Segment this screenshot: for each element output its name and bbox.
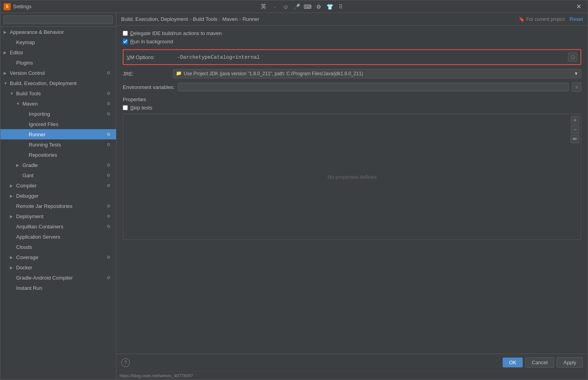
sidebar-item-deployment[interactable]: ▶ Deployment ⚙ bbox=[0, 211, 116, 221]
skip-tests-checkbox[interactable] bbox=[123, 105, 128, 110]
sidebar: ▶ Appearance & Behavior Keymap ▶ Editor … bbox=[0, 13, 116, 380]
sidebar-item-label: Instant Run bbox=[16, 285, 113, 291]
sidebar-item-label: Maven bbox=[22, 101, 107, 107]
sidebar-item-repositories[interactable]: Repositories bbox=[0, 150, 116, 160]
sidebar-item-instant-run[interactable]: Instant Run bbox=[0, 283, 116, 293]
vm-options-section: VM Options: ⬡ bbox=[123, 49, 581, 65]
sidebar-item-runner[interactable]: Runner ⚙ bbox=[0, 129, 116, 139]
sidebar-item-importing[interactable]: Importing ⚙ bbox=[0, 109, 116, 119]
sidebar-item-keymap[interactable]: Keymap bbox=[0, 37, 116, 47]
vm-options-label: VM Options: bbox=[127, 54, 174, 60]
sidebar-item-label: Application Servers bbox=[16, 234, 113, 240]
delegate-ide-checkbox[interactable] bbox=[123, 31, 128, 36]
bookmark-icon: 🔖 bbox=[519, 17, 525, 22]
title-bar: S Settings 英 · ☺ 🎤 ⌨ ⚙ 👕 ⠿ ✕ bbox=[0, 0, 588, 13]
toolbar-btn-1[interactable]: 英 bbox=[259, 2, 268, 11]
title-bar-left: S Settings bbox=[4, 3, 31, 10]
add-property-button[interactable]: + bbox=[571, 116, 579, 124]
sidebar-item-label: Coverage bbox=[16, 254, 107, 260]
sidebar-item-label: Clouds bbox=[16, 244, 113, 250]
apply-button[interactable]: Apply bbox=[557, 357, 583, 368]
vm-options-expand-btn[interactable]: ⬡ bbox=[568, 52, 577, 62]
run-in-background-row: Run in background bbox=[123, 39, 581, 44]
properties-toolbar: + − ✏ bbox=[569, 114, 581, 145]
toolbar-btn-5[interactable]: ⌨ bbox=[303, 2, 312, 11]
jre-value: Use Project JDK (java version "1.8.0_211… bbox=[184, 71, 572, 76]
env-variables-input[interactable] bbox=[178, 83, 569, 91]
sidebar-item-label: Appearance & Behavior bbox=[10, 29, 113, 35]
breadcrumb-bar: Build, Execution, Deployment › Build Too… bbox=[116, 13, 588, 26]
env-edit-button[interactable]: ≡ bbox=[572, 82, 581, 92]
sidebar-item-editor[interactable]: ▶ Editor bbox=[0, 47, 116, 57]
sidebar-item-label: Plugins bbox=[16, 60, 113, 66]
sidebar-item-version-control[interactable]: ▶ Version Control ⚙ bbox=[0, 68, 116, 78]
no-properties-message: No properties defined bbox=[123, 114, 581, 239]
settings-icon: ⚙ bbox=[107, 70, 113, 76]
sidebar-item-label: Ignored Files bbox=[29, 121, 113, 127]
sidebar-item-remote-jar[interactable]: Remote Jar Repositories ⚙ bbox=[0, 201, 116, 211]
breadcrumb-maven: Maven bbox=[222, 16, 238, 22]
toolbar-btn-2[interactable]: · bbox=[270, 2, 279, 11]
sidebar-item-label: Editor bbox=[10, 50, 113, 56]
sidebar-item-docker[interactable]: ▶ Docker bbox=[0, 262, 116, 272]
sidebar-item-build-execution[interactable]: ▼ Build, Execution, Deployment bbox=[0, 78, 116, 88]
arrow-icon: ▶ bbox=[4, 71, 10, 75]
cancel-button[interactable]: Cancel bbox=[525, 357, 554, 368]
toolbar-btn-6[interactable]: ⚙ bbox=[314, 2, 323, 11]
sidebar-item-label: Version Control bbox=[10, 70, 107, 76]
sidebar-item-compiler[interactable]: ▶ Compiler ⚙ bbox=[0, 180, 116, 191]
settings-icon: ⚙ bbox=[107, 275, 113, 280]
arrow-icon: ▶ bbox=[4, 30, 10, 34]
reset-button[interactable]: Reset bbox=[570, 16, 583, 22]
arrow-icon: ▶ bbox=[10, 194, 16, 198]
search-input[interactable] bbox=[4, 15, 113, 24]
delegate-ide-row: Delegate IDE build/run actions to maven bbox=[123, 30, 581, 36]
sidebar-item-build-tools[interactable]: ▼ Build Tools ⚙ bbox=[0, 88, 116, 98]
sidebar-item-label: Repositories bbox=[29, 152, 113, 158]
settings-icon: ⚙ bbox=[107, 204, 113, 209]
bottom-bar: ? OK Cancel Apply bbox=[116, 354, 588, 371]
toolbar-btn-8[interactable]: ⠿ bbox=[336, 2, 345, 11]
settings-icon: ⚙ bbox=[107, 111, 113, 117]
sidebar-item-appearance[interactable]: ▶ Appearance & Behavior bbox=[0, 27, 116, 37]
settings-icon: ⚙ bbox=[107, 173, 113, 178]
edit-property-button[interactable]: ✏ bbox=[571, 135, 579, 143]
sidebar-item-ignored-files[interactable]: Ignored Files bbox=[0, 119, 116, 129]
status-bar: https://blog.csdn.net/weixin_40778497 bbox=[116, 371, 588, 380]
settings-icon: ⚙ bbox=[107, 183, 113, 188]
remove-property-button[interactable]: − bbox=[571, 125, 579, 134]
sidebar-item-plugins[interactable]: Plugins bbox=[0, 57, 116, 68]
toolbar-btn-7[interactable]: 👕 bbox=[325, 2, 334, 11]
toolbar-btn-3[interactable]: ☺ bbox=[281, 2, 290, 11]
breadcrumb: Build, Execution, Deployment › Build Too… bbox=[121, 16, 259, 22]
help-button[interactable]: ? bbox=[121, 358, 130, 367]
vm-options-input[interactable] bbox=[177, 54, 563, 60]
ok-button[interactable]: OK bbox=[503, 358, 523, 367]
settings-icon: ⚙ bbox=[107, 214, 113, 219]
sidebar-item-gant[interactable]: Gant ⚙ bbox=[0, 170, 116, 180]
sidebar-item-gradle[interactable]: ▶ Gradle ⚙ bbox=[0, 160, 116, 170]
arrow-icon: ▶ bbox=[4, 50, 10, 55]
sidebar-item-application-servers[interactable]: Application Servers bbox=[0, 232, 116, 242]
sidebar-item-maven[interactable]: ▼ Maven ⚙ bbox=[0, 98, 116, 109]
close-button[interactable]: ✕ bbox=[573, 1, 584, 12]
breadcrumb-sep-3: › bbox=[239, 16, 241, 22]
sidebar-item-coverage[interactable]: ▶ Coverage ⚙ bbox=[0, 252, 116, 262]
sidebar-item-running-tests[interactable]: Running Tests ⚙ bbox=[0, 139, 116, 150]
env-variables-label: Environment variables: bbox=[123, 84, 175, 90]
sidebar-item-arquillian[interactable]: Arquillian Containers ⚙ bbox=[0, 221, 116, 232]
jre-select[interactable]: 📁 Use Project JDK (java version "1.8.0_2… bbox=[173, 69, 581, 78]
sidebar-item-label: Keymap bbox=[16, 39, 113, 45]
sidebar-item-gradle-android[interactable]: Gradle-Android Compiler ⚙ bbox=[0, 272, 116, 283]
toolbar-btn-4[interactable]: 🎤 bbox=[292, 2, 301, 11]
skip-tests-row: Skip tests bbox=[123, 105, 581, 111]
jre-label: JRE: bbox=[123, 71, 170, 77]
sidebar-item-label: Runner bbox=[29, 132, 107, 137]
run-in-background-checkbox[interactable] bbox=[123, 39, 128, 44]
arrow-icon: ▼ bbox=[4, 81, 10, 85]
sidebar-item-label: Importing bbox=[29, 111, 107, 117]
sidebar-item-debugger[interactable]: ▶ Debugger bbox=[0, 191, 116, 201]
for-current-project-label: For current project bbox=[526, 17, 565, 22]
properties-area: + − ✏ No properties defined bbox=[123, 114, 581, 240]
sidebar-item-clouds[interactable]: Clouds bbox=[0, 242, 116, 252]
